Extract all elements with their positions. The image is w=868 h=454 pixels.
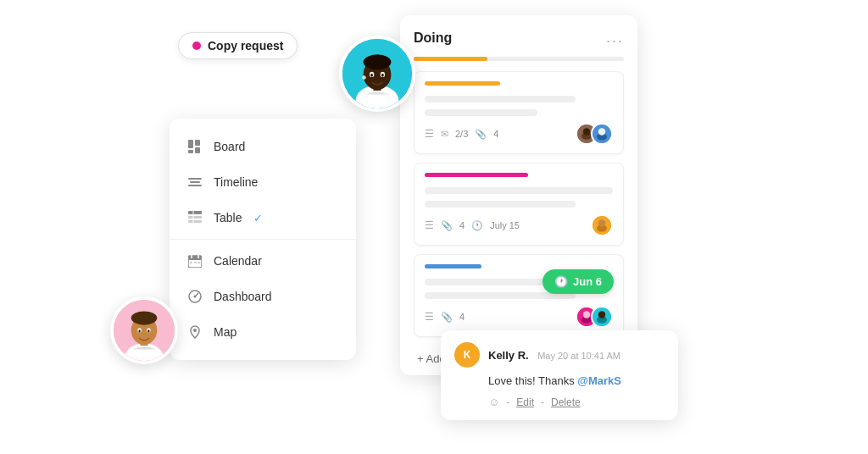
sidebar-item-board[interactable]: Board: [170, 129, 356, 164]
card2-line2: [425, 201, 576, 208]
card2-clock-icon: 🕐: [471, 220, 483, 231]
card1-checklist-icon: ☰: [425, 128, 434, 140]
sidebar-item-calendar-label: Calendar: [214, 254, 262, 268]
comment-delete-button[interactable]: Delete: [551, 396, 581, 408]
svg-rect-35: [194, 262, 197, 263]
card3-meta-left: ☰ 📎 4: [425, 311, 465, 323]
sidebar-item-calendar[interactable]: Calendar: [170, 243, 356, 279]
card3-paperclip-count: 4: [459, 312, 465, 322]
sidebar-item-map[interactable]: Map: [170, 314, 356, 350]
comment-box: K Kelly R. May 20 at 10:41 AM Love this!…: [441, 330, 678, 420]
kanban-card-3[interactable]: ☰ 📎 4: [414, 254, 624, 337]
copy-request-tag: Copy request: [178, 32, 298, 59]
card2-paperclip-count: 4: [459, 220, 465, 230]
svg-point-18: [147, 329, 149, 332]
sidebar-item-dashboard[interactable]: Dashboard: [170, 279, 356, 314]
doing-options-button[interactable]: ...: [606, 29, 624, 47]
comment-header: K Kelly R. May 20 at 10:41 AM: [454, 342, 665, 368]
avatar-top-illustration: [342, 39, 412, 108]
table-check-icon: ✓: [253, 212, 263, 224]
svg-rect-26: [188, 211, 202, 214]
card2-avatars: [591, 214, 613, 236]
comment-timestamp: May 20 at 10:41 AM: [537, 351, 620, 361]
sidebar-item-timeline[interactable]: Timeline: [170, 164, 356, 200]
card3-avatar-2: [591, 306, 613, 328]
avatar-bottom: [110, 296, 178, 364]
card1-tag: [425, 81, 500, 86]
comment-action-sep1: -: [506, 396, 509, 408]
svg-point-9: [362, 75, 366, 80]
sidebar-item-dashboard-label: Dashboard: [214, 290, 272, 303]
svg-point-8: [381, 74, 384, 77]
doing-progress-fill: [414, 57, 487, 61]
calendar-icon: [186, 252, 203, 269]
copy-request-dot: [192, 42, 201, 50]
card2-meta-left: ☰ 📎 4 🕐 July 15: [425, 219, 520, 231]
svg-point-46: [598, 128, 605, 135]
svg-rect-34: [190, 262, 192, 263]
svg-rect-25: [188, 185, 202, 186]
svg-point-7: [370, 74, 373, 77]
svg-rect-24: [190, 181, 200, 183]
kanban-card-1[interactable]: ☰ ✉ 2/3 📎 4: [414, 71, 624, 154]
sidebar-item-timeline-label: Timeline: [214, 175, 258, 189]
card2-paperclip-icon: 📎: [441, 220, 453, 231]
svg-rect-36: [198, 262, 200, 263]
card1-paperclip-icon: 📎: [475, 129, 487, 140]
svg-point-49: [598, 219, 605, 226]
card1-paperclip-count: 4: [493, 129, 498, 139]
card2-date: July 15: [490, 220, 520, 230]
card1-line1: [425, 96, 576, 102]
svg-rect-20: [195, 140, 200, 146]
sidebar-item-table[interactable]: Table ✓: [170, 200, 356, 235]
card1-avatar-2: [591, 123, 613, 145]
card2-tag: [425, 173, 528, 177]
svg-point-17: [139, 329, 141, 332]
card2-meta: ☰ 📎 4 🕐 July 15: [425, 214, 613, 236]
svg-rect-21: [188, 150, 193, 153]
dashboard-icon: [186, 288, 203, 305]
board-icon: [186, 138, 203, 155]
doing-header: Doing ...: [414, 29, 624, 47]
card3-avatars: [576, 306, 613, 328]
kanban-card-2[interactable]: ☰ 📎 4 🕐 July 15: [414, 163, 624, 246]
comment-edit-button[interactable]: Edit: [516, 396, 534, 408]
card1-meta: ☰ ✉ 2/3 📎 4: [425, 123, 613, 145]
card2-line1: [425, 187, 613, 194]
card1-avatars: [576, 123, 613, 145]
svg-rect-22: [195, 147, 200, 153]
svg-point-52: [583, 311, 590, 318]
sidebar-menu: Board Timeline Table ✓: [170, 119, 356, 360]
card2-avatar-1: [591, 214, 613, 236]
svg-point-43: [583, 128, 590, 135]
comment-text: Love this! Thanks @MarkS: [454, 374, 665, 387]
svg-point-14: [131, 312, 158, 325]
svg-rect-27: [188, 216, 202, 219]
timeline-icon: [186, 174, 203, 191]
avatar-bottom-illustration: [114, 300, 175, 361]
card1-meta-left: ☰ ✉ 2/3 📎 4: [425, 128, 498, 140]
comment-avatar: K: [454, 342, 480, 368]
svg-rect-28: [188, 220, 202, 223]
sidebar-item-board-label: Board: [214, 140, 245, 153]
card3-meta: ☰ 📎 4: [425, 306, 613, 328]
sidebar-item-map-label: Map: [214, 325, 236, 339]
avatar-top: [339, 36, 415, 112]
doing-panel: Doing ... ☰ ✉ 2/3 📎 4: [400, 15, 637, 375]
card1-checklist-icon2: ✉: [441, 129, 448, 140]
comment-mention: @MarkS: [577, 374, 621, 387]
jun6-label: Jun 6: [573, 275, 602, 288]
comment-author-info: Kelly R. May 20 at 10:41 AM: [488, 347, 620, 363]
doing-progress-track: [414, 57, 624, 61]
map-icon: [186, 324, 203, 340]
card3-tag: [425, 264, 481, 269]
card1-checklist-count: 2/3: [455, 129, 468, 139]
copy-request-label: Copy request: [208, 39, 283, 53]
comment-action-sep2: -: [541, 396, 544, 408]
sidebar-divider: [170, 239, 356, 240]
sidebar-item-table-label: Table: [214, 211, 242, 224]
svg-point-4: [364, 54, 392, 69]
table-icon: [186, 209, 203, 226]
svg-rect-31: [188, 256, 202, 260]
svg-point-39: [194, 296, 197, 298]
